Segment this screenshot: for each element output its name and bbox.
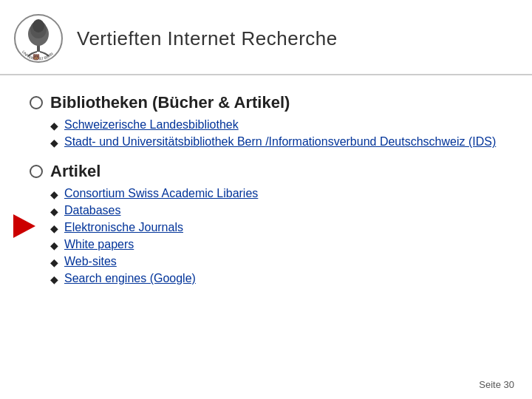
link-databases[interactable]: Databases [64,204,121,217]
section-header-artikel: Artikel [30,162,502,181]
section-bibliotheken: Bibliotheken (Bücher & Artikel) ◆ Schwei… [30,93,502,149]
link-consortium[interactable]: Consortium Swiss Academic Libaries [64,187,258,200]
svg-point-4 [33,19,44,33]
link-landesbibliothek[interactable]: Schweizerische Landesbibliothek [64,118,239,132]
section-title-bibliotheken: Bibliotheken (Bücher & Artikel) [50,93,290,112]
link-white-papers[interactable]: White papers [64,238,134,251]
list-item: ◆ White papers [50,238,502,251]
diamond-icon: ◆ [50,205,58,217]
diamond-icon: ◆ [50,256,58,268]
diamond-icon: ◆ [50,239,58,251]
diamond-icon: ◆ [50,120,58,132]
bibliotheken-list: ◆ Schweizerische Landesbibliothek ◆ Stad… [50,118,502,149]
list-item: ◆ Search engines (Google) [50,272,502,285]
list-item: ◆ Consortium Swiss Academic Libaries [50,187,502,200]
page-title: Vertieften Internet Recherche [77,27,338,50]
link-search-engines[interactable]: Search engines (Google) [64,272,196,285]
diamond-icon: ◆ [50,137,58,149]
artikel-list: ◆ Consortium Swiss Academic Libaries ◆ D… [50,187,502,285]
list-item: ◆ Elektronische Journals [50,221,502,234]
link-elektronische-journals[interactable]: Elektronische Journals [64,221,183,234]
list-item: ◆ Databases [50,204,502,217]
page-number: Seite 30 [479,379,514,390]
list-item: ◆ Stadt- und Universitätsbibliothek Bern… [50,135,502,149]
bullet-circle-artikel [30,165,43,178]
slide: UNIVERSITÄT BERN 🐻 Vertieften Internet R… [0,0,532,399]
svg-text:🐻: 🐻 [33,53,40,61]
section-header-bibliotheken: Bibliotheken (Bücher & Artikel) [30,93,502,112]
content-area: Bibliotheken (Bücher & Artikel) ◆ Schwei… [0,75,532,313]
section-artikel: Artikel ◆ Consortium Swiss Academic Liba… [30,162,502,285]
university-logo: UNIVERSITÄT BERN 🐻 [13,13,64,64]
link-universitaetsbibliothek[interactable]: Stadt- und Universitätsbibliothek Bern /… [64,135,496,149]
header: UNIVERSITÄT BERN 🐻 Vertieften Internet R… [0,0,532,75]
link-web-sites[interactable]: Web-sites [64,255,117,268]
diamond-icon: ◆ [50,188,58,200]
diamond-icon: ◆ [50,222,58,234]
bullet-circle-bibliotheken [30,96,43,109]
footer: Seite 30 [479,379,514,390]
diamond-icon: ◆ [50,273,58,285]
red-arrow-indicator [13,214,35,241]
section-title-artikel: Artikel [50,162,100,181]
list-item: ◆ Web-sites [50,255,502,268]
list-item: ◆ Schweizerische Landesbibliothek [50,118,502,132]
red-arrow-icon [13,214,35,238]
